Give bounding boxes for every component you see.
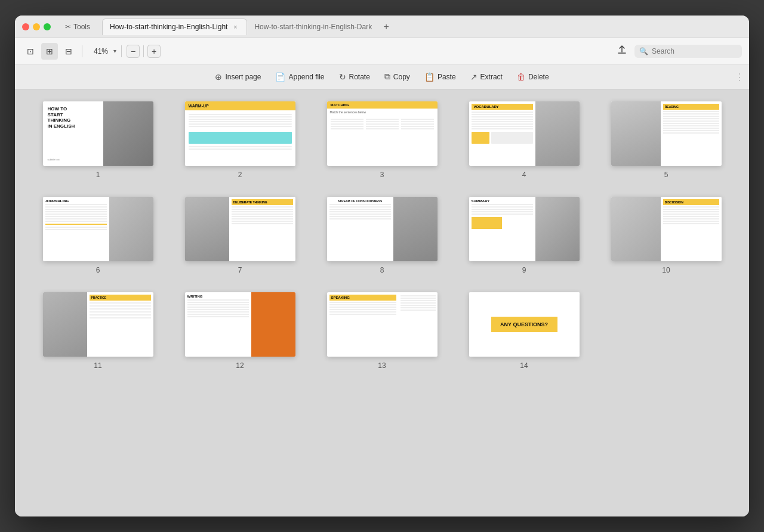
rotate-button[interactable]: ↻ Rotate [333, 69, 376, 85]
zoom-in-button[interactable]: + [147, 45, 161, 58]
page-item-8[interactable]: STREAM OF CONSCIOUSNESS 8 [327, 197, 438, 274]
page-num-7: 7 [238, 266, 242, 274]
page-item-13[interactable]: SPEAKING [327, 292, 438, 370]
tab-2-label: How-to-start-thinking-in-English-Dark [254, 23, 372, 31]
page-thumb-8[interactable]: STREAM OF CONSCIOUSNESS [327, 197, 438, 261]
tab-1-close[interactable]: × [231, 23, 239, 31]
p9-header: SUMMARY [472, 199, 533, 203]
page-item-6[interactable]: JOURNALING 6 [43, 197, 153, 274]
zoom-chevron: ▾ [113, 48, 116, 54]
new-tab-button[interactable]: + [379, 20, 393, 34]
page-thumb-5[interactable]: READING [611, 101, 722, 166]
page-item-4[interactable]: VOCABULARY [469, 101, 580, 179]
page-item-12[interactable]: WRITING 12 [185, 292, 295, 370]
page-thumb-10[interactable]: DISCUSSION [611, 197, 722, 261]
share-button[interactable] [614, 42, 630, 60]
p9-yellow-box [472, 217, 503, 229]
page-thumb-1[interactable]: HOW TOSTARTTHINKINGIN ENGLISH subtitle t… [43, 101, 153, 166]
rotate-icon: ↻ [339, 72, 346, 82]
grid-view-button[interactable]: ⊞ [41, 43, 58, 60]
list-view-button[interactable]: ⊟ [60, 43, 77, 60]
page-thumb-14[interactable]: ANY QUESTIONS? [469, 292, 580, 357]
page-num-9: 9 [522, 266, 526, 274]
page-item-1[interactable]: HOW TOSTARTTHINKINGIN ENGLISH subtitle t… [43, 101, 153, 179]
page-thumb-7[interactable]: DELIBERATE THINKING [185, 197, 295, 261]
rotate-label: Rotate [349, 73, 370, 81]
extract-button[interactable]: ↗ Extract [464, 69, 509, 85]
tab-1-label: How-to-start-thinking-in-English-Light [110, 23, 227, 31]
p13-header: SPEAKING [329, 295, 396, 301]
maximize-button[interactable] [44, 23, 51, 30]
page-thumb-3[interactable]: MATCHING Match the sentences below [327, 101, 438, 166]
page-thumb-6[interactable]: JOURNALING [43, 197, 153, 261]
append-label: Append file [288, 73, 324, 81]
traffic-lights [22, 23, 51, 30]
page-num-12: 12 [236, 361, 244, 370]
page-thumb-12[interactable]: WRITING [185, 292, 295, 357]
page-num-5: 5 [664, 171, 668, 179]
p12-orange-box [251, 292, 295, 357]
zoom-out-button[interactable]: − [127, 45, 140, 58]
search-input[interactable] [652, 47, 735, 55]
p6-header: JOURNALING [45, 199, 107, 203]
page-item-11[interactable]: PRACTICE 11 [43, 292, 153, 370]
p8-image [393, 197, 438, 261]
page-num-8: 8 [380, 266, 384, 274]
zoom-control: 41% ▾ [90, 46, 116, 57]
tab-1[interactable]: How-to-start-thinking-in-English-Light × [102, 18, 247, 35]
p1-title: HOW TOSTARTTHINKINGIN ENGLISH [48, 106, 99, 129]
p8-header: STREAM OF CONSCIOUSNESS [329, 199, 391, 203]
p4-header: VOCABULARY [472, 104, 533, 110]
page-thumb-4[interactable]: VOCABULARY [469, 101, 580, 166]
minimize-button[interactable] [33, 23, 40, 30]
search-box: 🔍 [634, 45, 742, 58]
page-thumb-13[interactable]: SPEAKING [327, 292, 438, 357]
page-thumb-9[interactable]: SUMMARY [469, 197, 580, 261]
page-item-10[interactable]: DISCUSSION 10 [611, 197, 722, 274]
pages-grid: HOW TOSTARTTHINKINGIN ENGLISH subtitle t… [33, 101, 731, 370]
insert-page-button[interactable]: ⊕ Insert page [209, 69, 267, 85]
tab-2[interactable]: How-to-start-thinking-in-English-Dark [247, 18, 379, 35]
zoom-label: 41% [90, 46, 112, 57]
tools-icon: ✂ [65, 23, 71, 31]
page-num-1: 1 [96, 171, 100, 179]
page-item-2[interactable]: WARM-UP 2 [185, 101, 295, 179]
copy-button[interactable]: ⧉ Copy [378, 69, 416, 85]
page-thumb-2[interactable]: WARM-UP [185, 101, 295, 166]
grid-icon: ⊞ [46, 47, 53, 56]
close-button[interactable] [22, 23, 29, 30]
delete-button[interactable]: 🗑 Delete [511, 69, 555, 85]
tab-bar: How-to-start-thinking-in-English-Light ×… [102, 18, 742, 35]
p7-header: DELIBERATE THINKING [232, 199, 293, 205]
paste-label: Paste [438, 73, 456, 81]
paste-button[interactable]: 📋 Paste [418, 69, 462, 85]
delete-label: Delete [528, 73, 549, 81]
p9-image [535, 197, 580, 261]
list-icon: ⊟ [65, 47, 72, 56]
insert-label: Insert page [225, 73, 261, 81]
page-num-10: 10 [662, 266, 670, 274]
tools-label: Tools [73, 23, 90, 31]
page-item-9[interactable]: SUMMARY 9 [469, 197, 580, 274]
copy-label: Copy [393, 73, 410, 81]
insert-icon: ⊕ [215, 72, 222, 82]
sidebar-toggle-button[interactable]: ⊡ [22, 43, 39, 60]
search-icon: 🔍 [639, 47, 648, 55]
toolbar: ⊡ ⊞ ⊟ 41% ▾ − + 🔍 [15, 38, 749, 64]
p3-header: MATCHING [327, 101, 438, 109]
page-num-2: 2 [238, 171, 242, 179]
page-num-11: 11 [94, 361, 101, 370]
page-item-14[interactable]: ANY QUESTIONS? 14 [469, 292, 580, 370]
page-item-5[interactable]: READING 5 [611, 101, 722, 179]
extract-icon: ↗ [470, 72, 478, 82]
p10-header: DISCUSSION [663, 199, 719, 205]
p14-title: ANY QUESTIONS? [491, 317, 557, 332]
more-options[interactable]: ⋮ [735, 71, 744, 82]
toolbar-right: 🔍 [614, 42, 742, 60]
page-item-3[interactable]: MATCHING Match the sentences below [327, 101, 438, 179]
paste-icon: 📋 [424, 72, 435, 82]
page-thumb-11[interactable]: PRACTICE [43, 292, 153, 357]
tools-button[interactable]: ✂ Tools [60, 21, 95, 32]
page-item-7[interactable]: DELIBERATE THINKING 7 [185, 197, 295, 274]
append-file-button[interactable]: 📄 Append file [269, 69, 330, 85]
